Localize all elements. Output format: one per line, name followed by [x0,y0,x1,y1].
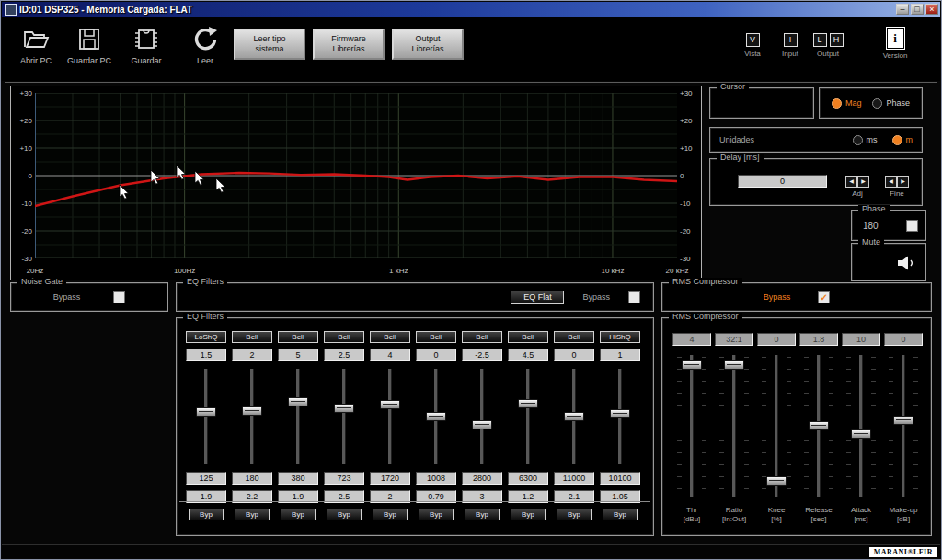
eq-flat-button[interactable]: EQ Flat [511,291,564,304]
delay-value-field[interactable]: 0 [738,175,827,188]
eq-band-slider-handle[interactable] [518,399,538,408]
eq-band-slider-handle[interactable] [334,404,354,413]
eq-band-gain-value[interactable]: 4 [370,349,410,361]
eq-band-freq-value[interactable]: 10100 [600,472,640,485]
eq-band-slider-handle[interactable] [242,406,262,416]
eq-band-slider[interactable] [324,367,364,466]
eq-band-slider[interactable] [370,367,410,466]
eq-band-slider-handle[interactable] [380,400,400,409]
eq-band-slider-handle[interactable] [426,412,446,421]
eq-band-gain-value[interactable]: 5 [278,349,318,361]
view-key-i-button[interactable]: i [887,28,904,49]
rms-slider-handle[interactable] [766,476,787,486]
eq-band-gain-value[interactable]: -2.5 [462,349,502,361]
rms-bypass-checkbox[interactable]: ✓ [818,291,830,303]
eq-band-slider[interactable] [416,367,456,466]
read-button[interactable]: Leer [178,26,232,65]
output-libraries-button[interactable]: Output Librerías [392,29,464,60]
eq-band-bypass-button[interactable]: Byp [557,509,592,520]
radio-option-m[interactable]: m [892,135,913,145]
view-key-v-button[interactable]: V [746,33,760,47]
eq-band-slider-handle[interactable] [564,412,584,421]
eq-band-slider-handle[interactable] [610,409,630,418]
eq-band-type-button[interactable]: HiShQ [600,331,640,343]
eq-band-type-button[interactable]: Bell [508,331,548,343]
delay-adj-left-button[interactable]: ◀ [845,176,857,188]
firmware-libraries-button[interactable]: Firmware Librerías [313,29,385,60]
eq-band-freq-value[interactable]: 723 [324,472,364,485]
eq-band-gain-value[interactable]: 2 [232,349,272,361]
open-pc-button[interactable]: Abrir PC [9,26,63,65]
eq-band-bypass-button[interactable]: Byp [373,509,408,520]
rms-param-value[interactable]: 0 [757,333,796,346]
eq-band-type-button[interactable]: Bell [370,331,410,343]
view-key-h-button[interactable]: H [830,33,844,47]
frequency-response-plot[interactable] [35,93,677,258]
rms-param-value[interactable]: 32:1 [715,333,753,346]
eq-band-type-button[interactable]: Bell [324,331,364,343]
eq-band-slider-handle[interactable] [472,420,492,429]
eq-band-freq-value[interactable]: 1008 [416,472,456,485]
eq-band-bypass-button[interactable]: Byp [281,509,316,520]
rms-slider[interactable] [843,353,879,498]
rms-param-value[interactable]: 1.8 [799,333,838,346]
eq-band-freq-value[interactable]: 125 [186,472,226,485]
eq-band-slider-handle[interactable] [196,407,216,417]
eq-band-bypass-button[interactable]: Byp [327,509,362,520]
eq-band-freq-value[interactable]: 11000 [554,472,594,485]
eq-band-freq-value[interactable]: 2800 [462,472,502,485]
eq-band-slider-handle[interactable] [288,397,308,406]
eq-band-freq-value[interactable]: 6300 [508,472,548,485]
eq-band-type-button[interactable]: Bell [416,331,456,343]
eq-band-freq-value[interactable]: 1720 [370,472,410,485]
rms-slider-handle[interactable] [724,360,744,370]
delay-adj-right-button[interactable]: ▶ [857,176,869,188]
eq-band-bypass-button[interactable]: Byp [235,509,270,520]
rms-param-value[interactable]: 10 [842,333,880,346]
delay-fine-right-button[interactable]: ▶ [897,176,909,188]
eq-band-gain-value[interactable]: 0 [416,349,456,361]
rms-slider[interactable] [800,353,837,498]
noise-gate-bypass-checkbox[interactable] [113,291,125,303]
rms-slider-handle[interactable] [851,429,871,439]
eq-band-type-button[interactable]: Bell [462,331,502,343]
eq-band-bypass-button[interactable]: Byp [189,509,224,520]
maximize-button[interactable]: □ [911,4,924,15]
save-device-button[interactable]: Guardar [120,26,173,65]
mute-button[interactable] [890,253,918,275]
eq-band-bypass-button[interactable]: Byp [511,509,546,520]
rms-slider[interactable] [758,353,795,498]
eq-band-slider[interactable] [554,367,594,466]
eq-band-bypass-button[interactable]: Byp [465,509,500,520]
read-system-type-button[interactable]: Leer tipo sistema [234,29,305,60]
rms-param-value[interactable]: 0 [884,333,923,346]
eq-band-gain-value[interactable]: 1.5 [186,349,226,361]
eq-band-bypass-button[interactable]: Byp [603,509,638,520]
eq-band-type-button[interactable]: Bell [232,331,272,343]
eq-band-freq-value[interactable]: 180 [232,472,272,485]
eq-band-gain-value[interactable]: 0 [554,349,594,361]
rms-slider-handle[interactable] [809,421,829,430]
rms-slider[interactable] [673,353,710,498]
view-key-i-button[interactable]: I [784,33,798,47]
rms-slider[interactable] [885,353,922,498]
eq-band-gain-value[interactable]: 1 [600,349,640,361]
save-pc-button[interactable]: Guardar PC [63,26,116,65]
eq-band-gain-value[interactable]: 4.5 [508,349,548,361]
phase-invert-checkbox[interactable] [906,220,918,232]
eq-band-slider[interactable] [508,367,548,466]
eq-band-slider[interactable] [600,367,640,466]
eq-band-slider[interactable] [278,367,318,466]
eq-band-slider[interactable] [232,367,272,466]
titlebar[interactable]: ID:01 DSP325 - Memoria Cargada: FLAT – □… [2,2,940,17]
eq-band-type-button[interactable]: LoShQ [186,331,226,343]
rms-slider-handle[interactable] [893,416,913,425]
eq-band-bypass-button[interactable]: Byp [419,509,454,520]
rms-slider[interactable] [716,353,752,498]
eq-band-type-button[interactable]: Bell [278,331,318,343]
radio-option-phase[interactable]: Phase [872,98,910,109]
eq-band-slider[interactable] [462,367,502,466]
delay-fine-left-button[interactable]: ◀ [885,176,897,188]
eq-band-type-button[interactable]: Bell [554,331,594,343]
eq-band-gain-value[interactable]: 2.5 [324,349,364,361]
